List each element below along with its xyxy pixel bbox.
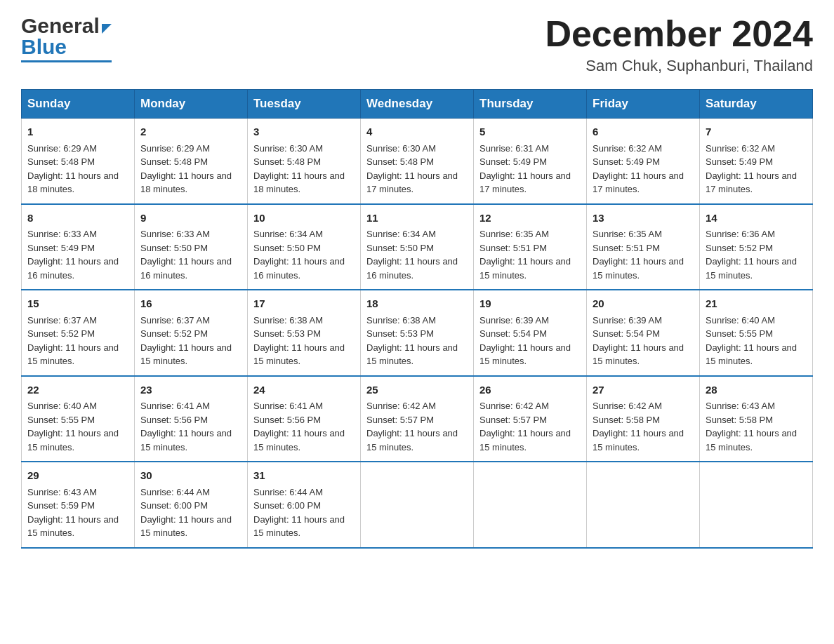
sunrise-info: Sunrise: 6:34 AM <box>253 229 323 239</box>
sunrise-info: Sunrise: 6:42 AM <box>479 401 549 411</box>
daylight-info: Daylight: 11 hours and 15 minutes. <box>253 342 345 367</box>
sunrise-info: Sunrise: 6:38 AM <box>366 315 436 326</box>
day-cell-30: 30Sunrise: 6:44 AMSunset: 6:00 PMDayligh… <box>135 462 248 548</box>
sunset-info: Sunset: 5:50 PM <box>366 243 434 253</box>
calendar-title: December 2024 <box>545 14 813 54</box>
day-number: 17 <box>253 296 355 312</box>
daylight-info: Daylight: 11 hours and 15 minutes. <box>140 342 232 367</box>
daylight-info: Daylight: 11 hours and 17 minutes. <box>479 170 571 195</box>
week-row-3: 15Sunrise: 6:37 AMSunset: 5:52 PMDayligh… <box>22 290 813 376</box>
sunset-info: Sunset: 5:48 PM <box>27 156 95 167</box>
day-cell-16: 16Sunrise: 6:37 AMSunset: 5:52 PMDayligh… <box>135 290 248 376</box>
day-number: 21 <box>706 296 807 312</box>
week-row-2: 8Sunrise: 6:33 AMSunset: 5:49 PMDaylight… <box>22 204 813 290</box>
daylight-info: Daylight: 11 hours and 16 minutes. <box>140 256 232 281</box>
daylight-info: Daylight: 11 hours and 17 minutes. <box>366 170 458 195</box>
day-number: 7 <box>706 124 807 140</box>
sunset-info: Sunset: 5:48 PM <box>366 156 434 167</box>
sunset-info: Sunset: 5:49 PM <box>706 156 773 167</box>
daylight-info: Daylight: 11 hours and 18 minutes. <box>27 170 119 195</box>
sunset-info: Sunset: 5:58 PM <box>593 415 660 425</box>
sunset-info: Sunset: 5:59 PM <box>27 500 95 511</box>
daylight-info: Daylight: 11 hours and 15 minutes. <box>27 428 119 452</box>
day-cell-14: 14Sunrise: 6:36 AMSunset: 5:52 PMDayligh… <box>700 204 813 290</box>
sunrise-info: Sunrise: 6:29 AM <box>140 143 210 154</box>
title-section: December 2024 Sam Chuk, Suphanburi, Thai… <box>545 14 813 75</box>
sunset-info: Sunset: 5:51 PM <box>593 243 660 253</box>
weekday-header-tuesday: Tuesday <box>248 90 361 119</box>
day-number: 11 <box>366 210 468 227</box>
daylight-info: Daylight: 11 hours and 15 minutes. <box>593 428 684 452</box>
day-number: 12 <box>479 210 581 227</box>
day-cell-7: 7Sunrise: 6:32 AMSunset: 5:49 PMDaylight… <box>700 119 813 204</box>
day-number: 5 <box>479 124 581 140</box>
day-cell-24: 24Sunrise: 6:41 AMSunset: 5:56 PMDayligh… <box>248 376 361 462</box>
empty-cell <box>474 462 587 548</box>
calendar-table: SundayMondayTuesdayWednesdayThursdayFrid… <box>21 89 813 549</box>
week-row-5: 29Sunrise: 6:43 AMSunset: 5:59 PMDayligh… <box>22 462 813 548</box>
sunset-info: Sunset: 6:00 PM <box>140 500 208 511</box>
day-cell-18: 18Sunrise: 6:38 AMSunset: 5:53 PMDayligh… <box>361 290 474 376</box>
sunset-info: Sunset: 5:52 PM <box>27 328 95 339</box>
day-cell-13: 13Sunrise: 6:35 AMSunset: 5:51 PMDayligh… <box>587 204 700 290</box>
sunset-info: Sunset: 5:48 PM <box>140 156 208 167</box>
daylight-info: Daylight: 11 hours and 15 minutes. <box>593 342 684 367</box>
sunrise-info: Sunrise: 6:39 AM <box>479 315 549 326</box>
sunrise-info: Sunrise: 6:38 AM <box>253 315 323 326</box>
daylight-info: Daylight: 11 hours and 17 minutes. <box>593 170 684 195</box>
weekday-header-monday: Monday <box>135 90 248 119</box>
sunset-info: Sunset: 5:56 PM <box>140 415 208 425</box>
sunset-info: Sunset: 5:53 PM <box>366 328 434 339</box>
daylight-info: Daylight: 11 hours and 18 minutes. <box>140 170 232 195</box>
day-cell-3: 3Sunrise: 6:30 AMSunset: 5:48 PMDaylight… <box>248 119 361 204</box>
day-number: 31 <box>253 468 355 484</box>
day-cell-9: 9Sunrise: 6:33 AMSunset: 5:50 PMDaylight… <box>135 204 248 290</box>
sunset-info: Sunset: 5:55 PM <box>27 415 95 425</box>
day-number: 2 <box>140 124 241 140</box>
day-number: 22 <box>27 382 128 398</box>
day-cell-22: 22Sunrise: 6:40 AMSunset: 5:55 PMDayligh… <box>22 376 135 462</box>
sunrise-info: Sunrise: 6:41 AM <box>140 401 210 411</box>
day-number: 16 <box>140 296 241 312</box>
daylight-info: Daylight: 11 hours and 16 minutes. <box>253 256 345 281</box>
day-number: 18 <box>366 296 468 312</box>
daylight-info: Daylight: 11 hours and 15 minutes. <box>366 342 458 367</box>
day-number: 26 <box>479 382 581 398</box>
day-cell-19: 19Sunrise: 6:39 AMSunset: 5:54 PMDayligh… <box>474 290 587 376</box>
daylight-info: Daylight: 11 hours and 15 minutes. <box>27 514 119 539</box>
sunset-info: Sunset: 5:50 PM <box>140 243 208 253</box>
week-row-1: 1Sunrise: 6:29 AMSunset: 5:48 PMDaylight… <box>22 119 813 204</box>
day-cell-23: 23Sunrise: 6:41 AMSunset: 5:56 PMDayligh… <box>135 376 248 462</box>
calendar-subtitle: Sam Chuk, Suphanburi, Thailand <box>545 57 813 75</box>
logo-blue-text: Blue <box>21 35 112 59</box>
day-number: 24 <box>253 382 355 398</box>
sunrise-info: Sunrise: 6:40 AM <box>706 315 775 326</box>
sunrise-info: Sunrise: 6:44 AM <box>140 487 210 497</box>
day-number: 19 <box>479 296 581 312</box>
day-cell-4: 4Sunrise: 6:30 AMSunset: 5:48 PMDaylight… <box>361 119 474 204</box>
sunset-info: Sunset: 5:58 PM <box>706 415 773 425</box>
day-cell-15: 15Sunrise: 6:37 AMSunset: 5:52 PMDayligh… <box>22 290 135 376</box>
day-number: 28 <box>706 382 807 398</box>
sunset-info: Sunset: 5:57 PM <box>479 415 547 425</box>
daylight-info: Daylight: 11 hours and 17 minutes. <box>706 170 797 195</box>
daylight-info: Daylight: 11 hours and 15 minutes. <box>479 256 571 281</box>
daylight-info: Daylight: 11 hours and 15 minutes. <box>593 256 684 281</box>
daylight-info: Daylight: 11 hours and 15 minutes. <box>706 342 797 367</box>
day-cell-25: 25Sunrise: 6:42 AMSunset: 5:57 PMDayligh… <box>361 376 474 462</box>
day-cell-6: 6Sunrise: 6:32 AMSunset: 5:49 PMDaylight… <box>587 119 700 204</box>
day-cell-10: 10Sunrise: 6:34 AMSunset: 5:50 PMDayligh… <box>248 204 361 290</box>
day-number: 30 <box>140 468 241 484</box>
day-number: 20 <box>593 296 694 312</box>
daylight-info: Daylight: 11 hours and 16 minutes. <box>27 256 119 281</box>
sunset-info: Sunset: 5:53 PM <box>253 328 321 339</box>
weekday-header-thursday: Thursday <box>474 90 587 119</box>
sunrise-info: Sunrise: 6:33 AM <box>27 229 97 239</box>
sunrise-info: Sunrise: 6:29 AM <box>27 143 97 154</box>
sunrise-info: Sunrise: 6:32 AM <box>706 143 775 154</box>
day-number: 3 <box>253 124 355 140</box>
daylight-info: Daylight: 11 hours and 15 minutes. <box>706 256 797 281</box>
logo: General Blue <box>21 14 112 62</box>
sunset-info: Sunset: 5:54 PM <box>593 328 660 339</box>
sunrise-info: Sunrise: 6:34 AM <box>366 229 436 239</box>
